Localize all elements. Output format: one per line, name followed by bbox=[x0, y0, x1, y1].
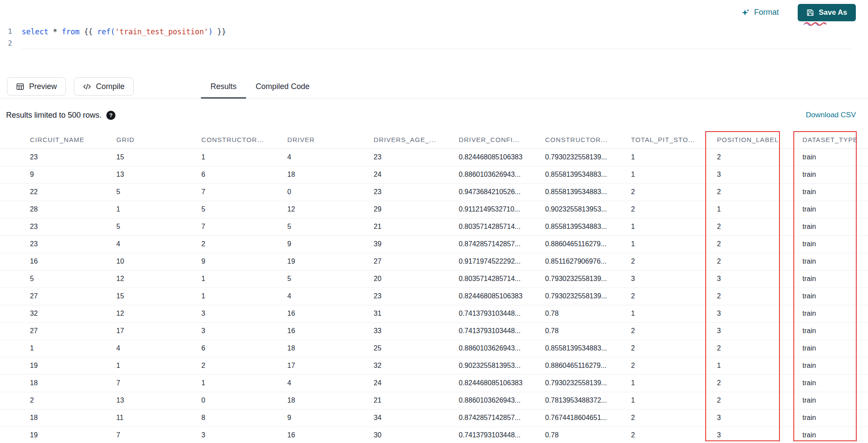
table-cell: 0.8558139534883... bbox=[545, 218, 631, 235]
table-cell: 0.9023255813953... bbox=[545, 201, 631, 218]
table-cell: 7 bbox=[116, 426, 201, 443]
table-cell: 6 bbox=[201, 166, 287, 183]
table-cell: 2 bbox=[717, 340, 802, 357]
table-cell: 0.8558139534883... bbox=[545, 183, 631, 201]
code-token: 'train_test_position' bbox=[115, 27, 208, 36]
table-cell: 24 bbox=[374, 166, 459, 183]
table-cell: train bbox=[802, 218, 868, 235]
tab-results[interactable]: Results bbox=[201, 75, 246, 98]
table-cell: train bbox=[802, 392, 868, 409]
table-cell: 4 bbox=[116, 235, 201, 253]
table-cell: 28 bbox=[0, 201, 116, 218]
column-header: TOTAL_PIT_STO... bbox=[631, 131, 717, 149]
table-cell: 2 bbox=[631, 322, 717, 340]
table-cell: 23 bbox=[0, 149, 116, 166]
save-as-label: Save As bbox=[819, 8, 847, 17]
table-cell: 12 bbox=[116, 270, 201, 288]
table-cell: 27 bbox=[374, 253, 459, 270]
code-line-2[interactable]: 2 bbox=[0, 37, 868, 49]
preview-button[interactable]: Preview bbox=[7, 77, 66, 96]
table-row: 231514230.8244680851063830.7930232558139… bbox=[0, 149, 868, 166]
tab-compiled-code[interactable]: Compiled Code bbox=[246, 75, 319, 98]
table-cell: 0.8558139534883... bbox=[545, 166, 631, 183]
format-label: Format bbox=[754, 8, 779, 17]
preview-label: Preview bbox=[29, 82, 57, 91]
table-cell: 2 bbox=[717, 374, 802, 392]
code-token: ) bbox=[208, 27, 213, 36]
table-cell: 0.7413793103448... bbox=[459, 322, 545, 340]
table-cell: 0.7930232558139... bbox=[545, 270, 631, 288]
table-cell: 0.7813953488372... bbox=[545, 392, 631, 409]
table-cell: 39 bbox=[374, 235, 459, 253]
table-cell: 32 bbox=[374, 357, 459, 374]
table-cell: 3 bbox=[717, 166, 802, 183]
line-number-2: 2 bbox=[0, 39, 22, 47]
compile-label: Compile bbox=[96, 82, 125, 91]
table-cell: 16 bbox=[0, 253, 116, 270]
table-cell: 18 bbox=[287, 166, 374, 183]
table-row: 23429390.8742857142857...0.8860465116279… bbox=[0, 235, 868, 253]
table-cell: 34 bbox=[374, 409, 459, 426]
table-cell: 3 bbox=[201, 305, 287, 322]
code-line-1-content[interactable]: select * from {{ ref('train_test_positio… bbox=[22, 27, 868, 36]
table-cell: 1 bbox=[201, 374, 287, 392]
save-icon bbox=[806, 9, 814, 17]
table-cell: 0.8035714285714... bbox=[459, 218, 545, 235]
table-cell: 0.8860103626943... bbox=[459, 340, 545, 357]
table-cell: 23 bbox=[374, 183, 459, 201]
table-cell: 0.9023255813953... bbox=[459, 357, 545, 374]
table-cell: 0.7674418604651... bbox=[545, 409, 631, 426]
table-cell: 2 bbox=[631, 183, 717, 201]
code-line-1[interactable]: 1 select * from {{ ref('train_test_posit… bbox=[0, 26, 868, 37]
table-cell: train bbox=[802, 149, 868, 166]
table-cell: 1 bbox=[631, 392, 717, 409]
table-cell: 24 bbox=[374, 374, 459, 392]
table-cell: 4 bbox=[116, 340, 201, 357]
column-header: DRIVERS_AGE_... bbox=[374, 131, 459, 149]
table-cell: 0.8742857142857... bbox=[459, 235, 545, 253]
code-token: }} bbox=[213, 27, 226, 36]
table-cell: 0.824468085106383 bbox=[459, 374, 545, 392]
table-row: 18714240.8244680851063830.7930232558139.… bbox=[0, 374, 868, 392]
table-cell: 1 bbox=[201, 288, 287, 305]
format-button[interactable]: Format bbox=[741, 8, 779, 17]
code-line-2-content[interactable] bbox=[22, 37, 851, 49]
table-cell: 5 bbox=[116, 183, 201, 201]
help-icon[interactable]: ? bbox=[106, 111, 115, 120]
table-cell: 21 bbox=[374, 392, 459, 409]
column-header: CONSTRUCTOR... bbox=[545, 131, 631, 149]
table-cell: 2 bbox=[631, 409, 717, 426]
table-cell: 15 bbox=[116, 288, 201, 305]
sql-editor[interactable]: 1 select * from {{ ref('train_test_posit… bbox=[0, 25, 868, 75]
table-cell: 0.9112149532710... bbox=[459, 201, 545, 218]
save-as-button[interactable]: Save As bbox=[798, 4, 856, 21]
column-header: CIRCUIT_NAME bbox=[0, 131, 116, 149]
table-cell: 4 bbox=[287, 288, 374, 305]
table-cell: 5 bbox=[287, 270, 374, 288]
download-csv-link[interactable]: Download CSV bbox=[806, 111, 856, 119]
compile-button[interactable]: Compile bbox=[74, 77, 134, 96]
table-cell: train bbox=[802, 183, 868, 201]
table-row: 2717316330.7413793103448...0.7823train bbox=[0, 322, 868, 340]
table-cell: 0.7413793103448... bbox=[459, 426, 545, 443]
column-header: DATASET_TYPE bbox=[802, 131, 868, 149]
table-cell: 0.8860103626943... bbox=[459, 392, 545, 409]
table-cell: 25 bbox=[374, 340, 459, 357]
table-cell: 18 bbox=[0, 409, 116, 426]
table-cell: 0.9171974522292... bbox=[459, 253, 545, 270]
table-cell: 1 bbox=[717, 357, 802, 374]
table-cell: 0.824468085106383 bbox=[459, 288, 545, 305]
code-token bbox=[48, 27, 53, 36]
code-icon bbox=[83, 83, 91, 91]
table-cell: 3 bbox=[717, 409, 802, 426]
table-cell: 13 bbox=[116, 392, 201, 409]
table-row: 271514230.8244680851063830.7930232558139… bbox=[0, 288, 868, 305]
table-cell: 27 bbox=[0, 322, 116, 340]
table-icon bbox=[16, 83, 24, 91]
column-header: DRIVER_CONFI... bbox=[459, 131, 545, 149]
table-cell: 6 bbox=[201, 340, 287, 357]
table-cell: train bbox=[802, 409, 868, 426]
table-cell: 8 bbox=[201, 409, 287, 426]
table-row: 197316300.7413793103448...0.7823train bbox=[0, 426, 868, 443]
table-cell: 9 bbox=[287, 409, 374, 426]
